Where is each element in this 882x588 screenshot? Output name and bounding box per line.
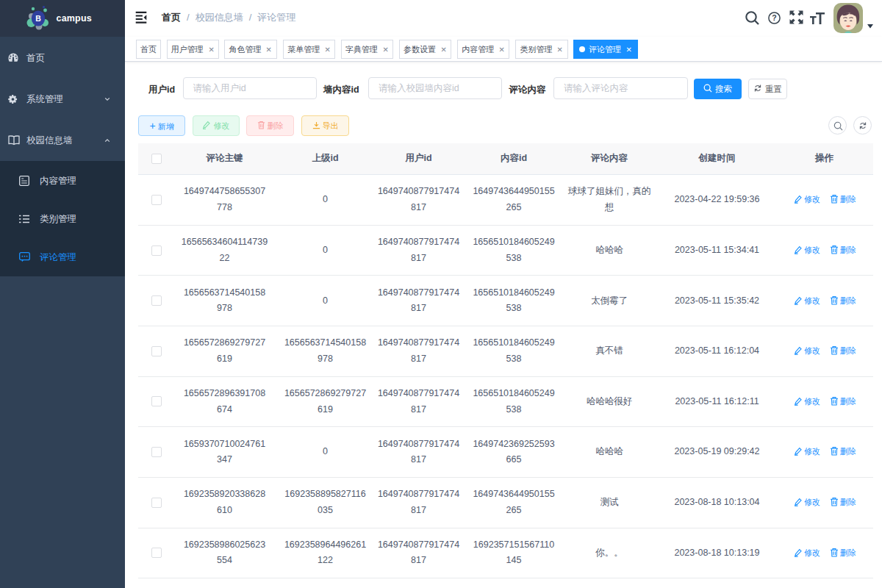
svg-text:?: ? <box>772 13 776 22</box>
svg-text:B: B <box>35 14 41 23</box>
